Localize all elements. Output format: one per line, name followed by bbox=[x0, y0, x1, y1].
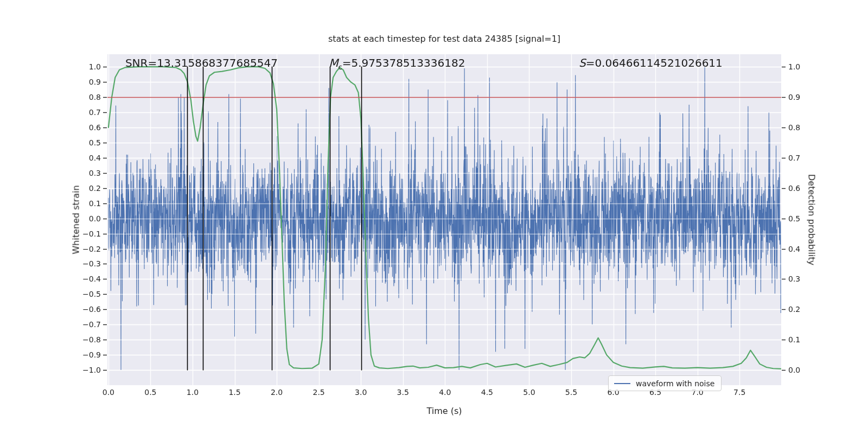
y-tick-label-left: −0.7 bbox=[77, 320, 101, 329]
y-tick-label-left: 0.3 bbox=[77, 169, 101, 177]
x-tick-label: 5.0 bbox=[513, 388, 545, 397]
legend-label: waveform with noise bbox=[636, 379, 714, 388]
annotation-chirp-mass: Mc=5.975378513336182 bbox=[329, 56, 465, 71]
y-tick-label-left: 0.2 bbox=[77, 184, 101, 193]
x-tick-label: 1.0 bbox=[176, 388, 209, 397]
annotation-s-value: =0.06466114521026611 bbox=[586, 56, 723, 69]
x-tick-label: 0.0 bbox=[92, 388, 125, 397]
annotation-mc-subscript: c bbox=[339, 63, 342, 71]
y-tick-label-right: 0.2 bbox=[788, 305, 800, 314]
x-tick-label: 4.0 bbox=[429, 388, 461, 397]
y-tick-label-left: −0.6 bbox=[77, 305, 101, 314]
y-tick-label-right: 0.0 bbox=[788, 366, 800, 374]
x-tick-label: 3.0 bbox=[344, 388, 377, 397]
x-tick-label: 5.5 bbox=[555, 388, 588, 397]
y-tick-label-left: 0.4 bbox=[77, 154, 101, 162]
y-tick-label-left: −0.5 bbox=[77, 290, 101, 298]
x-tick-label: 2.0 bbox=[260, 388, 293, 397]
x-tick-label: 0.5 bbox=[134, 388, 167, 397]
annotation-snr: SNR=13.315868377685547 bbox=[125, 56, 278, 69]
y-tick-label-right: 1.0 bbox=[788, 62, 800, 71]
y-tick-label-left: −0.3 bbox=[77, 259, 101, 268]
y-tick-label-left: −0.8 bbox=[77, 335, 101, 344]
y-tick-label-right: 0.4 bbox=[788, 245, 800, 253]
x-tick-label: 2.5 bbox=[303, 388, 335, 397]
y-tick-label-right: 0.5 bbox=[788, 214, 800, 223]
y-tick-label-left: −1.0 bbox=[77, 366, 101, 374]
annotation-s-stat: S=0.06466114521026611 bbox=[579, 56, 723, 69]
chart-title: stats at each timestep for test data 243… bbox=[328, 34, 560, 44]
y-tick-label-left: 1.0 bbox=[77, 62, 101, 71]
annotation-snr-text: SNR=13.315868377685547 bbox=[125, 56, 278, 69]
annotation-s-symbol: S bbox=[579, 56, 586, 69]
legend: waveform with noise bbox=[608, 375, 722, 391]
y-tick-label-right: 0.9 bbox=[788, 93, 800, 101]
y-tick-label-right: 0.7 bbox=[788, 154, 800, 162]
x-tick-label: 3.5 bbox=[387, 388, 419, 397]
figure: stats at each timestep for test data 243… bbox=[0, 0, 868, 434]
y-tick-label-left: 0.8 bbox=[77, 93, 101, 101]
y-tick-label-right: 0.1 bbox=[788, 335, 800, 344]
legend-line-sample bbox=[614, 383, 630, 384]
y-tick-label-left: 0.1 bbox=[77, 199, 101, 208]
x-tick-label: 7.5 bbox=[723, 388, 756, 397]
y-tick-label-right: 0.3 bbox=[788, 275, 800, 283]
y-tick-label-left: −0.1 bbox=[77, 229, 101, 238]
y-tick-label-left: 0.7 bbox=[77, 108, 101, 117]
y-tick-label-right: 0.8 bbox=[788, 123, 800, 132]
annotation-mc-symbol: M bbox=[329, 56, 338, 69]
y-tick-label-left: 0.9 bbox=[77, 78, 101, 86]
y-tick-label-left: 0.6 bbox=[77, 123, 101, 132]
y-tick-label-left: 0.0 bbox=[77, 214, 101, 223]
y-tick-label-left: −0.4 bbox=[77, 275, 101, 283]
y-tick-label-left: 0.5 bbox=[77, 138, 101, 147]
x-tick-label: 4.5 bbox=[471, 388, 503, 397]
x-axis-label: Time (s) bbox=[426, 406, 462, 416]
y-tick-label-left: −0.9 bbox=[77, 350, 101, 359]
annotation-mc-value: =5.975378513336182 bbox=[342, 56, 465, 69]
y-axis-label-right: Detection probability bbox=[807, 174, 817, 265]
x-tick-label: 1.5 bbox=[219, 388, 251, 397]
y-tick-label-right: 0.6 bbox=[788, 184, 800, 193]
y-tick-label-left: −0.2 bbox=[77, 245, 101, 253]
